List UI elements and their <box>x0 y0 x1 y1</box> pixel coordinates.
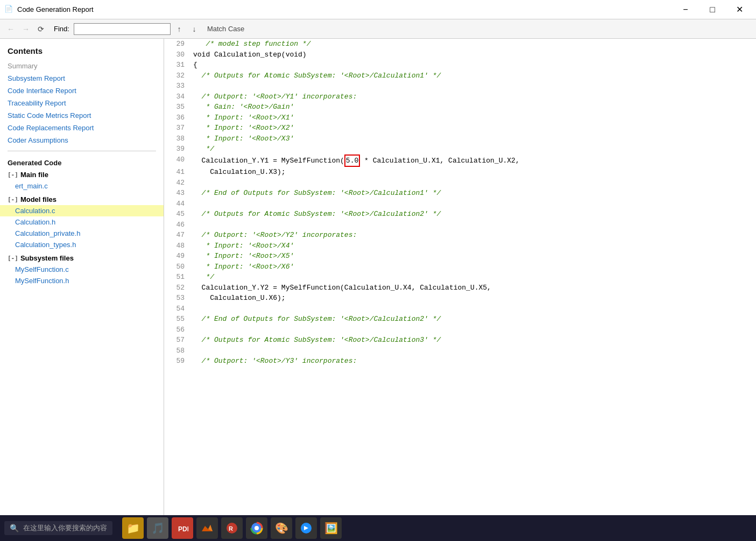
table-row: 59 /* Outport: '<Root>/Y3' incorporates: <box>164 356 756 367</box>
sidebar-file-myselffunc-c[interactable]: MySelfFunction.c <box>0 264 164 275</box>
table-row: 45 /* Outputs for Atomic SubSystem: '<Ro… <box>164 209 756 220</box>
window-controls: − □ ✕ <box>673 2 752 17</box>
line-number: 58 <box>164 346 191 356</box>
table-row: 39 */ <box>164 144 756 154</box>
taskbar-app-pdf[interactable]: PDF <box>172 517 193 539</box>
contents-title: Contents <box>0 43 164 60</box>
line-content: * Inport: '<Root>/X1' <box>191 113 756 123</box>
sidebar-item-code-replacements[interactable]: Code Replacements Report <box>0 122 164 134</box>
taskbar-app-red[interactable]: R <box>221 517 243 539</box>
title-bar: 📄 Code Generation Report − □ ✕ <box>0 0 756 19</box>
line-number: 33 <box>164 81 191 92</box>
taskbar-app-media[interactable]: 🎵 <box>147 517 168 539</box>
taskbar-app-arrow[interactable] <box>295 517 317 539</box>
line-number: 43 <box>164 188 191 199</box>
model-file-collapse[interactable]: [-] <box>8 196 18 203</box>
line-content: * Inport: '<Root>/X5' <box>191 251 756 262</box>
sidebar-file-calculation-private-h[interactable]: Calculation_private.h <box>0 228 164 239</box>
subsystem-file-group: [-] Subsystem files MySelfFunction.c MyS… <box>0 251 164 287</box>
sidebar-file-ert-main[interactable]: ert_main.c <box>0 180 164 192</box>
main-file-collapse[interactable]: [-] <box>8 171 18 178</box>
line-content: /* Outport: '<Root>/Y2' incorporates: <box>191 230 756 241</box>
table-row: 49 * Inport: '<Root>/X5' <box>164 251 756 262</box>
table-row: 41 Calculation_U.X3); <box>164 167 756 178</box>
line-content: Calculation_Y.Y1 = MySelfFunction(5.0 * … <box>191 154 756 167</box>
line-number: 52 <box>164 283 191 293</box>
taskbar-search-placeholder: 在这里输入你要搜索的内容 <box>23 523 107 533</box>
sidebar-file-myselffunc-h[interactable]: MySelfFunction.h <box>0 275 164 286</box>
table-row: 50 * Inport: '<Root>/X6' <box>164 262 756 272</box>
svg-text:R: R <box>229 525 233 532</box>
line-content: /* Outport: '<Root>/Y1' incorporates: <box>191 92 756 102</box>
highlighted-value: 5.0 <box>344 154 360 167</box>
sidebar-file-calculation-c[interactable]: Calculation.c <box>0 205 164 216</box>
sidebar-file-calculation-types-h[interactable]: Calculation_types.h <box>0 239 164 250</box>
maximize-button[interactable]: □ <box>700 2 725 17</box>
taskbar-app-matlab[interactable] <box>196 517 218 539</box>
minimize-button[interactable]: − <box>673 2 698 17</box>
line-number: 37 <box>164 123 191 134</box>
forward-button[interactable]: → <box>19 23 32 36</box>
find-down-button[interactable]: ↓ <box>188 23 201 36</box>
taskbar-app-chrome[interactable] <box>246 517 267 539</box>
line-number: 41 <box>164 167 191 178</box>
subsystem-file-title: Subsystem files <box>20 254 74 262</box>
line-content <box>191 304 756 314</box>
close-button[interactable]: ✕ <box>727 2 752 17</box>
line-content <box>191 199 756 209</box>
line-number: 54 <box>164 304 191 314</box>
table-row: 32 /* Outputs for Atomic SubSystem: '<Ro… <box>164 71 756 81</box>
sidebar-item-static-code-metrics[interactable]: Static Code Metrics Report <box>0 109 164 122</box>
model-file-group: [-] Model files Calculation.c Calculatio… <box>0 193 164 251</box>
line-number: 45 <box>164 209 191 220</box>
sidebar-item-traceability-report[interactable]: Traceability Report <box>0 97 164 109</box>
code-panel[interactable]: 29 /* model step function */30void Calcu… <box>164 39 756 515</box>
sidebar-divider <box>8 151 156 151</box>
back-button[interactable]: ← <box>4 23 17 36</box>
table-row: 35 * Gain: '<Root>/Gain' <box>164 102 756 113</box>
code-table: 29 /* model step function */30void Calcu… <box>164 39 756 367</box>
table-row: 52 Calculation_Y.Y2 = MySelfFunction(Cal… <box>164 283 756 293</box>
line-number: 38 <box>164 134 191 144</box>
main-file-title: Main file <box>20 171 48 179</box>
sidebar-item-summary[interactable]: Summary <box>0 60 164 72</box>
sidebar-item-coder-assumptions[interactable]: Coder Assumptions <box>0 134 164 146</box>
sidebar-file-calculation-h[interactable]: Calculation.h <box>0 216 164 228</box>
table-row: 51 */ <box>164 272 756 283</box>
line-number: 56 <box>164 325 191 335</box>
line-number: 31 <box>164 60 191 71</box>
table-row: 31{ <box>164 60 756 71</box>
table-row: 29 /* model step function */ <box>164 39 756 50</box>
model-file-title: Model files <box>20 195 56 203</box>
sidebar-item-code-interface-report[interactable]: Code Interface Report <box>0 85 164 97</box>
line-content <box>191 178 756 188</box>
table-row: 47 /* Outport: '<Root>/Y2' incorporates: <box>164 230 756 241</box>
table-row: 55 /* End of Outputs for SubSystem: '<Ro… <box>164 314 756 325</box>
taskbar-app-paint[interactable]: 🎨 <box>271 517 292 539</box>
line-number: 39 <box>164 144 191 154</box>
line-number: 30 <box>164 50 191 60</box>
taskbar-app-photos[interactable]: 🖼️ <box>320 517 342 539</box>
line-content: void Calculation_step(void) <box>191 50 756 60</box>
table-row: 30void Calculation_step(void) <box>164 50 756 60</box>
subsystem-file-collapse[interactable]: [-] <box>8 255 18 262</box>
line-content: /* Outputs for Atomic SubSystem: '<Root>… <box>191 209 756 220</box>
line-number: 57 <box>164 335 191 346</box>
refresh-button[interactable]: ⟳ <box>34 23 47 36</box>
main-area: Contents Summary Subsystem Report Code I… <box>0 39 756 515</box>
window-title: Code Generation Report <box>17 5 673 13</box>
taskbar-app-file-manager[interactable]: 📁 <box>122 517 144 539</box>
line-number: 51 <box>164 272 191 283</box>
taskbar: 🔍 在这里输入你要搜索的内容 📁 🎵 PDF R 🎨 🖼️ <box>0 515 756 541</box>
find-up-button[interactable]: ↑ <box>173 23 186 36</box>
taskbar-search-bar[interactable]: 🔍 在这里输入你要搜索的内容 <box>4 521 112 535</box>
table-row: 48 * Inport: '<Root>/X4' <box>164 241 756 251</box>
table-row: 42 <box>164 178 756 188</box>
main-file-header: [-] Main file <box>0 169 164 180</box>
line-content: /* Outport: '<Root>/Y3' incorporates: <box>191 356 756 367</box>
table-row: 40 Calculation_Y.Y1 = MySelfFunction(5.0… <box>164 154 756 167</box>
sidebar-item-subsystem-report[interactable]: Subsystem Report <box>0 72 164 85</box>
line-content: * Inport: '<Root>/X4' <box>191 241 756 251</box>
table-row: 37 * Inport: '<Root>/X2' <box>164 123 756 134</box>
find-input[interactable] <box>74 23 171 35</box>
